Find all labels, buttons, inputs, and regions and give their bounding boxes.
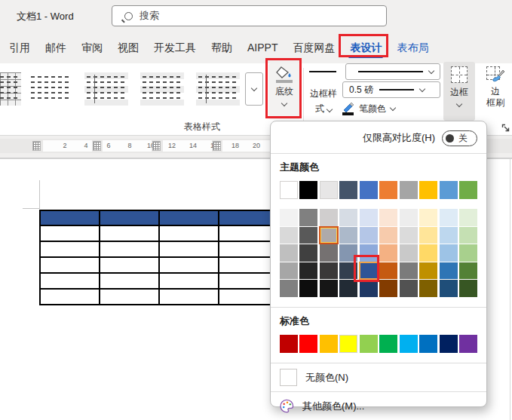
variant-color-swatch-BDD7EE[interactable] bbox=[440, 227, 458, 244]
table-cell[interactable] bbox=[40, 289, 100, 305]
variant-color-swatch-375623[interactable] bbox=[459, 280, 477, 297]
standard-color-swatch-92D050[interactable] bbox=[360, 335, 378, 353]
tab-开发工具[interactable]: 开发工具 bbox=[146, 36, 204, 60]
variant-color-swatch-DBDBDB[interactable] bbox=[400, 227, 418, 244]
variant-color-swatch-0D0D0D[interactable] bbox=[299, 280, 317, 297]
table-style-thumbnail-plain[interactable] bbox=[29, 72, 72, 106]
variant-color-swatch-BF9000[interactable] bbox=[419, 262, 437, 280]
variant-color-swatch-1F3864[interactable] bbox=[360, 280, 378, 297]
variant-color-swatch-FFE599[interactable] bbox=[419, 227, 437, 244]
theme-color-swatch-44546A[interactable] bbox=[339, 181, 357, 199]
variant-color-swatch-7B7B7B[interactable] bbox=[400, 262, 418, 280]
no-color-item[interactable]: 无颜色(N) bbox=[280, 366, 477, 390]
table-cell[interactable] bbox=[100, 289, 159, 305]
table-cell[interactable] bbox=[40, 257, 100, 273]
variant-color-swatch-D0CECE[interactable] bbox=[320, 209, 338, 226]
tab-帮助[interactable]: 帮助 bbox=[204, 36, 240, 60]
table-cell[interactable] bbox=[40, 225, 100, 241]
variant-color-swatch-C9C9C9[interactable] bbox=[400, 244, 418, 262]
theme-color-swatch-70AD47[interactable] bbox=[459, 181, 477, 199]
theme-color-swatch-000000[interactable] bbox=[299, 181, 317, 199]
table-cell[interactable] bbox=[100, 273, 159, 289]
pen-color-button[interactable]: 笔颜色 bbox=[342, 103, 395, 115]
table-column-marker-icon[interactable] bbox=[93, 141, 101, 151]
standard-color-swatch-7030A0[interactable] bbox=[459, 335, 477, 353]
more-colors-item[interactable]: 其他颜色(M)... bbox=[280, 394, 477, 418]
standard-color-swatch-C00000[interactable] bbox=[280, 335, 298, 353]
table-cell[interactable] bbox=[100, 257, 159, 273]
variant-color-swatch-D6DCE4[interactable] bbox=[339, 209, 357, 226]
theme-color-swatch-FFFFFF[interactable] bbox=[280, 181, 298, 199]
variant-color-swatch-2E75B5[interactable] bbox=[440, 262, 458, 280]
variant-color-swatch-DEEBF6[interactable] bbox=[440, 209, 458, 226]
tab-表设计[interactable]: 表设计 bbox=[342, 36, 389, 60]
table-style-thumbnail-first-column-banded[interactable] bbox=[196, 72, 240, 106]
table-cell[interactable] bbox=[40, 210, 100, 225]
standard-color-swatch-00B0F0[interactable] bbox=[400, 335, 418, 353]
table-cell[interactable] bbox=[159, 225, 219, 241]
variant-color-swatch-FFF2CC[interactable] bbox=[419, 209, 437, 226]
variant-color-swatch-EDEDED[interactable] bbox=[400, 209, 418, 226]
standard-color-swatch-FFC000[interactable] bbox=[320, 335, 338, 353]
pen-weight-dropdown[interactable]: 0.5 磅 bbox=[342, 81, 440, 98]
theme-color-swatch-4472C4[interactable] bbox=[360, 181, 378, 199]
theme-color-swatch-FFC000[interactable] bbox=[419, 181, 437, 199]
variant-color-swatch-D9D9D9[interactable] bbox=[280, 227, 298, 244]
tab-视图[interactable]: 视图 bbox=[110, 36, 146, 60]
table-column-marker-icon[interactable] bbox=[213, 141, 221, 151]
variant-color-swatch-F7CBAC[interactable] bbox=[379, 227, 397, 244]
variant-color-swatch-833C00[interactable] bbox=[379, 280, 397, 297]
variant-color-swatch-FFD966[interactable] bbox=[419, 244, 437, 262]
table-cell[interactable] bbox=[100, 225, 159, 241]
tab-邮件[interactable]: 邮件 bbox=[38, 36, 74, 60]
variant-color-swatch-333F4F[interactable] bbox=[339, 262, 357, 280]
variant-color-swatch-404040[interactable] bbox=[299, 244, 317, 262]
variant-color-swatch-3A3838[interactable] bbox=[320, 262, 338, 280]
tab-审阅[interactable]: 审阅 bbox=[74, 36, 110, 60]
search-input[interactable]: 搜索 bbox=[112, 5, 387, 26]
variant-color-swatch-D9E2F3[interactable] bbox=[360, 209, 378, 226]
tab-百度网盘[interactable]: 百度网盘 bbox=[285, 36, 342, 60]
variant-color-swatch-F2F2F2[interactable] bbox=[280, 209, 298, 226]
theme-color-swatch-5B9BD5[interactable] bbox=[440, 181, 458, 199]
table-cell[interactable] bbox=[40, 241, 100, 257]
variant-color-swatch-A8D08D[interactable] bbox=[459, 244, 477, 262]
table-cell[interactable] bbox=[159, 210, 219, 225]
variant-color-swatch-9DC3E6[interactable] bbox=[440, 244, 458, 262]
variant-color-swatch-AEAAAA[interactable] bbox=[320, 227, 338, 244]
table-cell[interactable] bbox=[159, 241, 219, 257]
variant-color-swatch-808080[interactable] bbox=[299, 209, 317, 226]
tab-AIPPT[interactable]: AIPPT bbox=[240, 36, 285, 60]
table-style-thumbnail-grid[interactable] bbox=[0, 72, 21, 106]
theme-color-swatch-A5A5A5[interactable] bbox=[400, 181, 418, 199]
variant-color-swatch-E2EFD9[interactable] bbox=[459, 209, 477, 226]
table-cell[interactable] bbox=[40, 273, 100, 289]
table-cell[interactable] bbox=[159, 273, 219, 289]
table-style-thumbnail-banded[interactable] bbox=[140, 72, 184, 106]
variant-color-swatch-538135[interactable] bbox=[459, 262, 477, 280]
variant-color-swatch-C5E0B3[interactable] bbox=[459, 227, 477, 244]
border-style-label[interactable]: 边框样 bbox=[305, 87, 342, 100]
standard-color-swatch-00B050[interactable] bbox=[379, 335, 397, 353]
standard-color-swatch-002060[interactable] bbox=[440, 335, 458, 353]
tab-表布局[interactable]: 表布局 bbox=[389, 36, 436, 60]
document-table[interactable] bbox=[39, 210, 279, 305]
theme-color-swatch-ED7D31[interactable] bbox=[379, 181, 397, 199]
border-style-label-2[interactable]: 式 bbox=[305, 103, 342, 115]
variant-color-swatch-A6A6A6[interactable] bbox=[280, 262, 298, 280]
variant-color-swatch-FBE5D5[interactable] bbox=[379, 209, 397, 226]
variant-color-swatch-808080[interactable] bbox=[280, 280, 298, 297]
tab-引用[interactable]: 引用 bbox=[2, 36, 38, 60]
borders-button[interactable]: 边框 bbox=[443, 62, 475, 121]
variant-color-swatch-262626[interactable] bbox=[299, 262, 317, 280]
table-style-thumbnail-first-column-banded[interactable] bbox=[84, 72, 128, 106]
table-column-marker-icon[interactable] bbox=[32, 141, 41, 151]
variant-color-swatch-161616[interactable] bbox=[320, 280, 338, 297]
gallery-more-button[interactable] bbox=[245, 72, 263, 106]
dialog-launcher-icon[interactable] bbox=[501, 124, 510, 133]
variant-color-swatch-B4C6E7[interactable] bbox=[360, 227, 378, 244]
variant-color-swatch-8EAADB[interactable] bbox=[360, 244, 378, 262]
variant-color-swatch-595959[interactable] bbox=[299, 227, 317, 244]
variant-color-swatch-8496B0[interactable] bbox=[339, 244, 357, 262]
variant-color-swatch-7F6000[interactable] bbox=[419, 280, 437, 297]
